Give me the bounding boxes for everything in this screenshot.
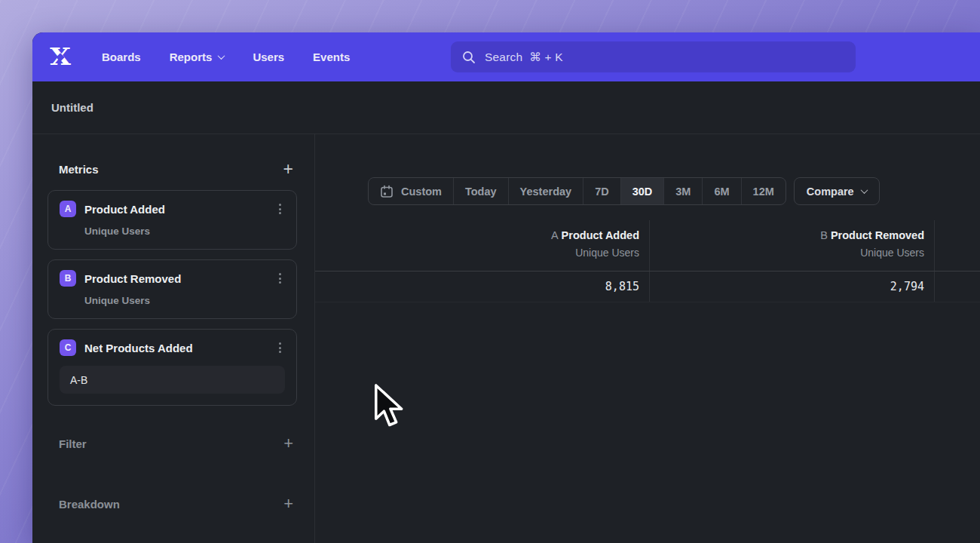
metric-card-a[interactable]: A Product Added Unique Users: [47, 190, 297, 250]
metric-badge: A: [60, 201, 76, 217]
content-area: Metrics + A Product Added Unique Users B…: [32, 134, 980, 543]
date-range-selector: Custom Today Yesterday 7D 30D 3M 6M 12M: [368, 177, 786, 205]
value-product-added[interactable]: 8,815: [315, 272, 650, 302]
search-placeholder: Search ⌘ + K: [485, 51, 563, 64]
nav-item-users[interactable]: Users: [253, 51, 284, 63]
results-table: AProduct Added Unique Users BProduct Rem…: [315, 220, 980, 302]
nav-item-label: Events: [313, 51, 350, 63]
value-stub: [935, 272, 980, 302]
date-range-12m[interactable]: 12M: [741, 178, 786, 204]
report-titlebar: Untitled: [32, 81, 980, 134]
search-input[interactable]: Search ⌘ + K: [451, 41, 856, 72]
metric-card-c[interactable]: C Net Products Added A-B: [47, 329, 297, 406]
date-range-yesterday[interactable]: Yesterday: [508, 178, 583, 204]
formula-input[interactable]: A-B: [60, 366, 285, 394]
breakdown-section: Breakdown +: [59, 493, 293, 514]
value-product-removed[interactable]: 2,794: [650, 272, 935, 302]
nav-item-label: Boards: [102, 51, 141, 63]
report-title[interactable]: Untitled: [51, 101, 93, 114]
chevron-down-icon: [860, 186, 868, 194]
kebab-menu-icon[interactable]: [275, 201, 285, 216]
date-range-30d-selected[interactable]: 30D: [620, 178, 664, 204]
compare-button[interactable]: Compare: [794, 177, 880, 205]
calendar-icon: [380, 185, 394, 198]
query-builder-sidebar: Metrics + A Product Added Unique Users B…: [32, 134, 315, 543]
add-metric-button plus-icon[interactable]: +: [283, 161, 293, 176]
metric-name: Product Added: [562, 229, 639, 241]
table-header-row: AProduct Added Unique Users BProduct Rem…: [315, 220, 980, 272]
metric-name: Net Products Added: [84, 342, 267, 354]
nav-item-events[interactable]: Events: [313, 51, 350, 63]
nav-item-reports[interactable]: Reports: [170, 51, 225, 63]
metric-measure: Unique Users: [325, 245, 639, 261]
filter-label: Filter: [59, 437, 87, 450]
date-range-6m[interactable]: 6M: [702, 178, 740, 204]
column-header-stub: [935, 220, 980, 271]
date-range-3m[interactable]: 3M: [663, 178, 702, 204]
date-toolbar: Custom Today Yesterday 7D 30D 3M 6M 12M …: [368, 177, 880, 205]
mixpanel-logo-icon[interactable]: X: [47, 44, 74, 71]
add-breakdown-button plus-icon[interactable]: +: [283, 496, 293, 511]
metric-measure[interactable]: Unique Users: [84, 225, 285, 237]
metric-name: Product Removed: [831, 229, 924, 241]
chevron-down-icon: [218, 52, 225, 60]
column-header-a[interactable]: AProduct Added Unique Users: [315, 220, 650, 271]
kebab-menu-icon[interactable]: [275, 271, 285, 286]
kebab-menu-icon[interactable]: [275, 340, 285, 355]
nav-item-boards[interactable]: Boards: [102, 51, 141, 63]
metric-name: Product Added: [84, 203, 267, 216]
search-icon: [462, 51, 476, 64]
metric-letter: A: [551, 229, 559, 241]
metric-measure: Unique Users: [660, 245, 924, 261]
metric-card-b[interactable]: B Product Removed Unique Users: [47, 259, 297, 319]
metrics-header: Metrics +: [59, 158, 293, 179]
nav-menu: Boards Reports Users Events: [102, 51, 350, 63]
metrics-label: Metrics: [59, 163, 99, 176]
metric-badge: C: [60, 339, 76, 356]
breakdown-label: Breakdown: [59, 498, 120, 511]
table-value-row: 8,815 2,794: [315, 272, 980, 302]
results-panel: Custom Today Yesterday 7D 30D 3M 6M 12M …: [315, 134, 980, 543]
metric-letter: B: [820, 229, 828, 241]
metric-badge: B: [60, 270, 76, 287]
add-filter-button plus-icon[interactable]: +: [283, 436, 293, 451]
metric-measure[interactable]: Unique Users: [84, 295, 285, 306]
top-navbar: X Boards Reports Users Events: [32, 32, 980, 81]
app-window: X Boards Reports Users Events: [32, 32, 980, 543]
date-range-custom[interactable]: Custom: [369, 178, 453, 204]
nav-item-label: Users: [253, 51, 284, 63]
metric-cards: A Product Added Unique Users B Product R…: [47, 190, 297, 406]
date-range-7d[interactable]: 7D: [583, 178, 620, 204]
nav-item-label: Reports: [170, 51, 213, 63]
column-header-b[interactable]: BProduct Removed Unique Users: [650, 220, 935, 271]
date-range-today[interactable]: Today: [453, 178, 508, 204]
metric-name: Product Removed: [84, 272, 267, 285]
filter-section: Filter +: [59, 433, 293, 454]
